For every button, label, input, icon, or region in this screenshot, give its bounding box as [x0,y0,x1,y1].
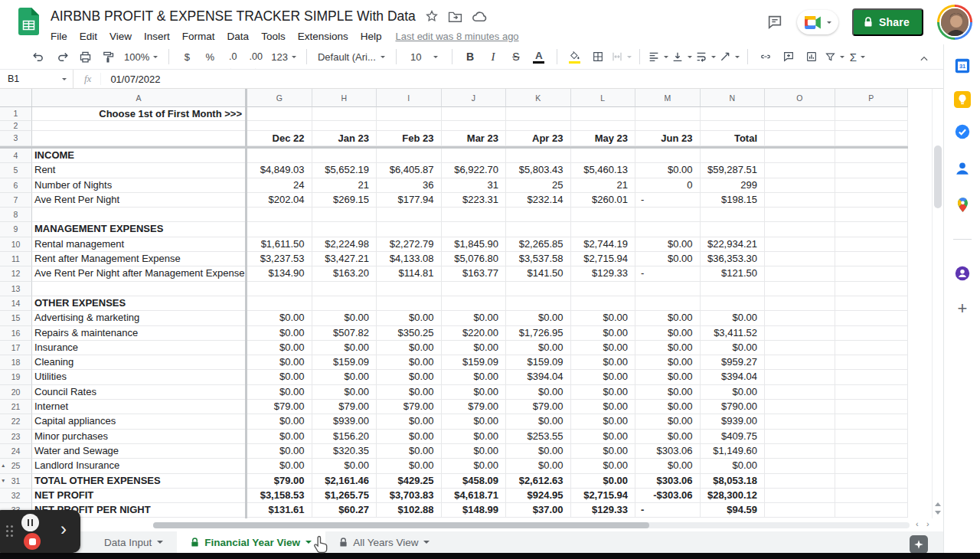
cell-G4[interactable] [247,149,312,163]
cell-N12[interactable]: $121.50 [701,266,766,281]
menu-insert[interactable]: Insert [138,28,176,44]
hide-menus-button[interactable] [914,49,934,69]
cell-M14[interactable] [635,296,701,311]
cell-N18[interactable]: $959.27 [701,355,766,370]
cell-P13[interactable] [835,282,909,296]
cell-N20[interactable]: $0.00 [701,385,766,400]
cell-P3[interactable] [835,131,909,146]
move-to-folder-icon[interactable] [448,10,462,23]
cell-P2[interactable] [835,121,909,131]
cell-N5[interactable]: $59,287.51 [701,163,766,178]
cell-P21[interactable] [835,400,909,414]
cell-J9[interactable] [442,222,507,237]
horizontal-scrollbar[interactable] [153,522,910,528]
row-header-2[interactable]: 2 [0,121,32,131]
cell-N17[interactable]: $0.00 [701,341,766,355]
cell-P11[interactable] [835,252,909,266]
star-icon[interactable] [425,9,439,23]
decrease-decimals-button[interactable]: .0← [223,47,243,67]
cell-A4[interactable]: INCOME [32,149,245,163]
cell-P19[interactable] [835,370,909,384]
row-header-9[interactable]: 9 [0,222,32,237]
cell-K14[interactable] [506,296,571,311]
cell-J20[interactable]: $0.00 [442,385,507,400]
cell-H6[interactable]: 21 [312,178,377,193]
vertical-scrollbar[interactable] [932,89,943,518]
cell-L11[interactable]: $2,715.94 [571,252,636,266]
cell-I18[interactable]: $0.00 [377,355,442,370]
cell-I2[interactable] [377,121,442,131]
cell-L31[interactable]: $0.00 [571,474,636,489]
scroll-down-arrow[interactable] [935,511,941,515]
cell-M7[interactable]: - [635,193,701,208]
cell-O21[interactable] [765,400,835,414]
cell-L14[interactable] [571,296,636,311]
row-header-23[interactable]: 23 [0,430,32,444]
cell-A8[interactable] [32,208,245,222]
cell-M3[interactable]: Jun 23 [635,131,701,146]
drag-handle-icon[interactable] [6,525,8,528]
cell-K10[interactable]: $2,265.85 [506,237,571,252]
cell-J31[interactable]: $458.09 [442,474,507,489]
cell-K12[interactable]: $141.50 [506,266,571,281]
cell-P10[interactable] [835,237,909,252]
cell-P7[interactable] [835,193,909,208]
cell-N23[interactable]: $409.75 [701,430,766,444]
cell-P1[interactable] [835,107,909,121]
cell-M25[interactable]: $0.00 [635,459,701,473]
cell-O4[interactable] [765,149,835,163]
cell-A10[interactable]: Rental management [32,237,245,252]
cell-A11[interactable]: Rent after Management Expense [32,252,245,266]
cell-O20[interactable] [765,385,835,400]
row-header-21[interactable]: 21 [0,400,32,414]
cell-O24[interactable] [765,444,835,459]
cell-G12[interactable]: $134.90 [247,266,312,281]
cell-I1[interactable] [377,107,442,121]
row-header-32[interactable]: 32 [0,489,32,503]
cell-I14[interactable] [377,296,442,311]
cell-P6[interactable] [835,178,909,193]
cell-P15[interactable] [835,311,909,325]
cell-N7[interactable]: $198.15 [701,193,766,208]
row-header-20[interactable]: 20 [0,385,32,400]
cell-A14[interactable]: OTHER EXPENSES [32,296,245,311]
cell-P20[interactable] [835,385,909,400]
horizontal-scrollbar-thumb[interactable] [153,522,649,528]
cell-L22[interactable]: $0.00 [571,414,636,429]
meet-button[interactable] [797,10,838,34]
cell-A20[interactable]: Council Rates [32,385,245,400]
column-header-I[interactable]: I [377,89,442,107]
cell-N32[interactable]: $28,300.12 [701,489,766,503]
cell-I8[interactable] [377,208,442,222]
cell-G24[interactable]: $0.00 [247,444,312,459]
cell-G20[interactable]: $0.00 [247,385,312,400]
cell-A23[interactable]: Minor purchases [32,430,245,444]
row-header-1[interactable]: 1 [0,107,32,121]
row-header-7[interactable]: 7 [0,193,32,208]
insert-comment-button[interactable] [779,47,799,67]
row-header-16[interactable]: 16 [0,326,32,341]
cell-A25[interactable]: Landlord Insurance [32,459,245,473]
cell-M5[interactable]: $0.00 [635,163,701,178]
cell-I16[interactable]: $350.25 [377,326,442,341]
row-group-collapse-up-icon[interactable]: ▲ [1,459,5,472]
cell-H31[interactable]: $2,161.46 [312,474,377,489]
cell-H5[interactable]: $5,652.19 [312,163,377,178]
column-header-H[interactable]: H [312,89,377,107]
cell-N14[interactable] [701,296,766,311]
cell-M13[interactable] [635,282,701,296]
cell-P25[interactable] [835,459,909,473]
cell-A3[interactable] [32,131,245,146]
cell-G3[interactable]: Dec 22 [247,131,312,146]
column-header-G[interactable]: G [247,89,312,107]
column-header-L[interactable]: L [571,89,636,107]
cell-K33[interactable]: $37.00 [506,503,571,518]
cell-M9[interactable] [635,222,701,237]
cell-J8[interactable] [442,208,507,222]
cell-J21[interactable]: $79.00 [442,400,507,414]
cell-N33[interactable]: $94.59 [701,503,766,518]
cell-I11[interactable]: $4,133.08 [377,252,442,266]
insert-link-button[interactable] [756,47,776,67]
cell-G7[interactable]: $202.04 [247,193,312,208]
cell-A5[interactable]: Rent [32,163,245,178]
